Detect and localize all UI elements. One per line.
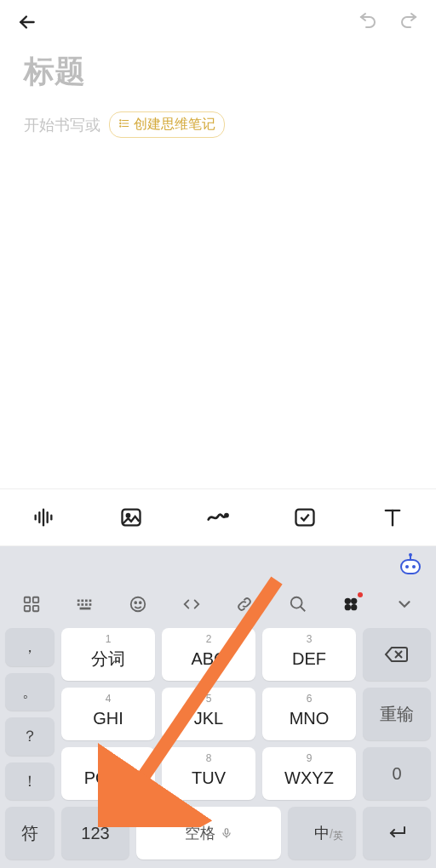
svg-rect-33 (89, 603, 91, 606)
svg-rect-26 (77, 600, 80, 602)
svg-rect-28 (85, 600, 88, 602)
reinput-key[interactable]: 重输 (363, 688, 431, 740)
image-icon[interactable] (111, 497, 152, 538)
audio-wave-icon[interactable] (23, 497, 64, 538)
create-mindnote-button[interactable]: 创建思维笔记 (109, 111, 225, 138)
key-9[interactable]: 9WXYZ (262, 747, 356, 800)
symbol-key[interactable]: 符 (5, 807, 54, 859)
punct-key-question[interactable]: ？ (5, 717, 54, 756)
svg-rect-34 (79, 608, 90, 610)
svg-rect-30 (77, 603, 80, 606)
svg-point-38 (291, 597, 302, 608)
back-icon[interactable] (10, 5, 44, 39)
svg-rect-29 (89, 600, 91, 602)
svg-point-21 (409, 553, 412, 557)
enter-key[interactable] (363, 807, 431, 859)
svg-point-12 (126, 514, 129, 517)
title-input[interactable]: 标题 (24, 51, 412, 93)
punct-key-exclaim[interactable]: ！ (5, 762, 54, 801)
svg-rect-14 (296, 510, 314, 526)
svg-point-37 (140, 602, 141, 603)
key-6[interactable]: 6MNO (262, 688, 356, 740)
key-5[interactable]: 5JKL (162, 688, 255, 740)
keyboard-layout-icon[interactable] (65, 587, 106, 621)
svg-point-43 (351, 604, 357, 610)
clover-icon[interactable] (330, 587, 371, 621)
key-4[interactable]: 4GHI (61, 688, 155, 740)
svg-rect-25 (33, 606, 38, 611)
svg-rect-23 (33, 597, 38, 602)
language-key[interactable]: 中 / 英 (288, 807, 356, 859)
undo-icon[interactable] (351, 5, 385, 39)
punct-key-period[interactable]: 。 (5, 673, 54, 711)
keyboard: ， 。 ？ ！ 1分词 2ABC 3DEF 重输 0 4GHI 5JKL 6MN… (0, 546, 436, 868)
key-8[interactable]: 8TUV (162, 747, 255, 800)
svg-point-4 (120, 123, 121, 123)
editor-toolbar (0, 488, 436, 546)
key-2[interactable]: 2ABC (162, 628, 255, 681)
checkbox-icon[interactable] (284, 497, 325, 538)
svg-rect-27 (81, 600, 83, 602)
grid-icon[interactable] (11, 587, 52, 621)
draw-icon[interactable] (198, 497, 238, 538)
key-3[interactable]: 3DEF (262, 628, 356, 681)
svg-point-42 (345, 604, 351, 610)
key-0[interactable]: 0 (363, 747, 431, 800)
space-key[interactable]: 空格 (136, 807, 281, 859)
svg-point-41 (351, 598, 357, 604)
svg-point-19 (412, 565, 416, 568)
body-placeholder: 开始书写或 (24, 115, 100, 135)
svg-rect-32 (85, 603, 88, 606)
svg-rect-17 (401, 560, 420, 574)
code-icon[interactable] (171, 587, 212, 621)
key-7[interactable]: 7PQRS (61, 747, 155, 800)
svg-line-39 (301, 607, 306, 612)
search-icon[interactable] (278, 587, 318, 621)
editor-area[interactable]: 标题 开始书写或 创建思维笔记 (0, 44, 436, 488)
text-icon[interactable] (372, 497, 413, 538)
mic-icon (221, 827, 232, 839)
chevron-down-icon[interactable] (384, 587, 425, 621)
svg-rect-46 (225, 829, 228, 834)
key-1[interactable]: 1分词 (61, 628, 155, 681)
list-icon (118, 117, 130, 133)
svg-rect-24 (25, 606, 30, 611)
svg-point-35 (131, 597, 146, 612)
svg-point-18 (405, 565, 409, 568)
assistant-icon[interactable] (397, 551, 424, 582)
svg-rect-31 (81, 603, 83, 606)
svg-point-36 (135, 602, 137, 603)
number-key[interactable]: 123 (61, 807, 129, 859)
svg-point-5 (120, 125, 121, 126)
svg-rect-22 (25, 597, 30, 602)
punct-key-comma[interactable]: ， (5, 628, 54, 666)
svg-point-13 (225, 514, 227, 517)
pill-label: 创建思维笔记 (134, 116, 215, 134)
svg-point-40 (345, 598, 351, 604)
emoji-icon[interactable] (118, 587, 158, 621)
svg-point-3 (120, 119, 121, 120)
redo-icon[interactable] (392, 5, 426, 39)
backspace-key[interactable] (363, 628, 431, 681)
link-icon[interactable] (224, 587, 265, 621)
